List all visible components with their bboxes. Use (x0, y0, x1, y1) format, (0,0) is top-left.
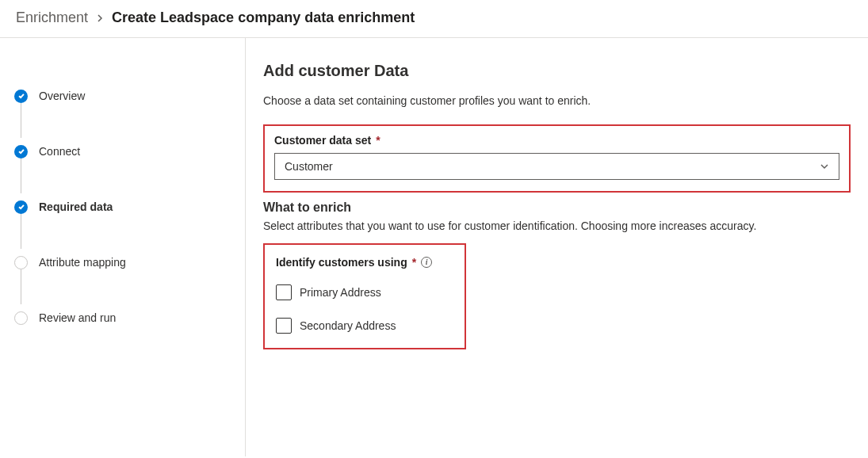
what-to-enrich-description: Select attributes that you want to use f… (263, 219, 851, 232)
step-label: Attribute mapping (39, 256, 126, 269)
dropdown-value: Customer (285, 160, 333, 173)
step-label: Required data (39, 200, 113, 213)
step-required-data[interactable]: Required data (14, 179, 245, 235)
circle-icon (14, 256, 28, 269)
required-asterisk: * (412, 256, 416, 269)
identify-customers-group: Identify customers using * i Primary Add… (263, 243, 466, 349)
what-to-enrich-heading: What to enrich (263, 200, 851, 215)
step-label: Connect (39, 145, 80, 158)
checkbox-icon (276, 284, 292, 300)
checkbox-label: Secondary Address (300, 319, 396, 332)
chevron-right-icon (96, 13, 104, 24)
check-circle-icon (14, 90, 28, 103)
page-title: Add customer Data (263, 62, 851, 80)
checkbox-secondary-address[interactable]: Secondary Address (276, 318, 453, 334)
step-overview[interactable]: Overview (14, 68, 245, 124)
customer-dataset-group: Customer data set * Customer (263, 124, 851, 193)
customer-dataset-dropdown[interactable]: Customer (274, 153, 839, 180)
breadcrumb-current: Create Leadspace company data enrichment (112, 10, 415, 26)
step-label: Overview (39, 90, 85, 102)
check-circle-icon (14, 200, 28, 214)
required-asterisk: * (376, 134, 380, 147)
check-circle-icon (14, 145, 28, 158)
customer-dataset-label: Customer data set * (274, 134, 839, 147)
identify-customers-label: Identify customers using * i (276, 256, 453, 269)
wizard-steps-sidebar: Overview Connect Required data Attribute… (0, 38, 246, 456)
info-icon[interactable]: i (421, 257, 432, 268)
main-content: Add customer Data Choose a data set cont… (246, 38, 868, 456)
checkbox-primary-address[interactable]: Primary Address (276, 284, 453, 300)
breadcrumb-parent[interactable]: Enrichment (16, 10, 88, 26)
checkbox-label: Primary Address (300, 286, 381, 299)
chevron-down-icon (820, 162, 829, 171)
step-attribute-mapping[interactable]: Attribute mapping (14, 235, 245, 290)
step-label: Review and run (39, 311, 116, 324)
step-connect[interactable]: Connect (14, 124, 245, 179)
breadcrumb: Enrichment Create Leadspace company data… (0, 0, 868, 38)
page-description: Choose a data set containing customer pr… (263, 94, 851, 107)
checkbox-icon (276, 318, 292, 334)
step-review-and-run[interactable]: Review and run (14, 290, 245, 345)
circle-icon (14, 311, 28, 325)
